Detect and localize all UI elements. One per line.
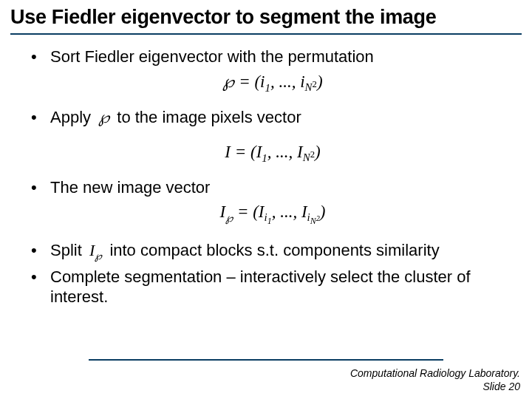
eq2-subN-base: N: [303, 151, 310, 163]
bullet-text-5: Complete segmentation – interactively se…: [50, 267, 471, 307]
eq1-supN: 2: [313, 79, 317, 89]
eq2-mid: , ..., I: [267, 143, 303, 161]
bullet-split: Split I℘ into compact blocks s.t. compon…: [31, 240, 514, 263]
eq1-subN: N2: [305, 81, 317, 93]
bullet-list-4: Split I℘ into compact blocks s.t. compon…: [31, 240, 514, 307]
eq2-supN: 2: [310, 149, 315, 160]
bullet-text: Sort Fiedler eigenvector with the permut…: [50, 47, 374, 66]
slide-container: Use Fiedler eigenvector to segment the i…: [0, 0, 532, 399]
eq3-subiNb-base: N: [310, 216, 316, 226]
bullet-new-vector: The new image vector: [31, 177, 514, 198]
equation-permutation: ℘ = (i1, ..., iN2): [31, 72, 514, 95]
eq1-pre: ℘ = (i: [222, 72, 265, 91]
bullet-apply: Apply ℘ to the image pixels vector: [31, 107, 514, 128]
inline-I-sub: ℘: [95, 250, 102, 262]
eq2-post: ): [315, 143, 321, 161]
eq1-sub1: 1: [265, 81, 270, 93]
eq2-sub1: 1: [262, 151, 267, 163]
content-area: Sort Fiedler eigenvector with the permut…: [10, 47, 522, 307]
bullet-list-2: Apply ℘ to the image pixels vector: [31, 107, 514, 128]
footer-line2: Slide 20: [350, 381, 520, 394]
equation-image-vector: I = (I1, ..., IN2): [31, 143, 514, 165]
bullet-apply-a: Apply: [50, 108, 91, 126]
footer-line1: Computational Radiology Laboratory.: [350, 367, 520, 381]
eq3-subi1: i1: [265, 211, 272, 223]
title-divider: [10, 33, 522, 35]
bullet-split-a: Split: [50, 241, 82, 259]
eq3-subwp: ℘: [225, 211, 233, 223]
bullet-sort: Sort Fiedler eigenvector with the permut…: [31, 47, 514, 67]
eq1-mid: , ..., i: [270, 72, 305, 91]
eq2-pre: I = (I: [225, 143, 262, 161]
inline-Iwp: I℘: [86, 240, 105, 263]
equation-permuted-vector: I℘ = (Ii1, ..., IiN2): [31, 202, 514, 228]
eq3-eq: = (I: [233, 202, 264, 221]
slide-title: Use Fiedler eigenvector to segment the i…: [10, 6, 522, 29]
bullet-list-3: The new image vector: [31, 177, 514, 198]
bullet-text-3: The new image vector: [50, 178, 210, 197]
bullet-apply-b: to the image pixels vector: [117, 108, 301, 126]
bullet-complete: Complete segmentation – interactively se…: [31, 267, 514, 307]
eq1-post: ): [317, 72, 323, 91]
eq3-subiNb: N2: [310, 216, 320, 226]
inline-wp: ℘: [95, 107, 112, 128]
bullet-list: Sort Fiedler eigenvector with the permut…: [31, 47, 514, 67]
eq3-supN: 2: [316, 214, 320, 222]
footer: Computational Radiology Laboratory. Slid…: [350, 367, 520, 393]
eq2-subN: N2: [303, 151, 315, 163]
eq3-post: ): [320, 202, 326, 221]
eq3-subiN: iN2: [307, 211, 320, 223]
bullet-split-b: into compact blocks s.t. components simi…: [109, 241, 439, 259]
eq1-subN-base: N: [305, 81, 313, 93]
eq3-mid: , ..., I: [272, 202, 307, 221]
footer-divider: [89, 359, 443, 361]
